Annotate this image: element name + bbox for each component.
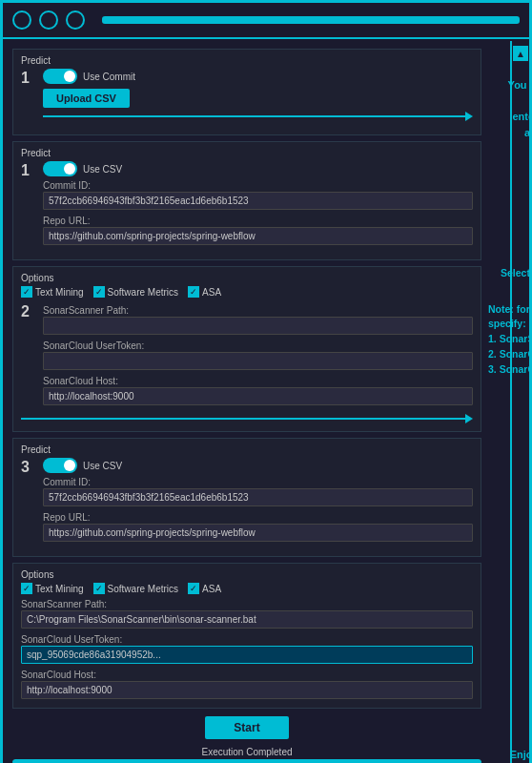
step1a-toggle-label: Use Commit <box>83 72 135 82</box>
token-label-1: SonarCloud UserToken: <box>43 340 473 351</box>
step3-toggle-label: Use CSV <box>83 461 122 471</box>
step1a-block: Predict 1 Use Commit Upload CSV <box>12 49 481 135</box>
arrow-head-2 <box>465 414 473 423</box>
text-mining-check-icon: ✓ <box>21 286 32 298</box>
step3-number: 3 <box>21 458 38 476</box>
enjoy-callout: Enjoy your results ! <box>488 747 532 763</box>
text-mining-checkbox[interactable]: ✓ Text Mining <box>21 286 84 298</box>
step3-toggle[interactable] <box>43 458 77 473</box>
options1-step-row: 2 SonarScanner Path: SonarCloud UserToke… <box>21 302 473 408</box>
asa-checkbox[interactable]: ✓ ASA <box>188 286 221 298</box>
scroll-up-arrow[interactable]: ▲ <box>513 46 528 61</box>
step1b-row: 1 Use CSV Commit ID: Repo URL: <box>21 161 473 248</box>
step1b-toggle-row: Use CSV <box>43 161 473 176</box>
main-content: Predict 1 Use Commit Upload CSV <box>3 39 510 763</box>
step1b-commit-label: Commit ID: <box>43 180 473 191</box>
scanner-path-label-2: SonarScanner Path: <box>21 599 473 609</box>
title-bar <box>3 3 529 39</box>
options1-checkbox-row: ✓ Text Mining ✓ Software Metrics ✓ ASA <box>21 286 473 298</box>
step1a-callout: You can upload CSV or enter valid commit… <box>488 77 532 140</box>
software-metrics-checkbox-2[interactable]: ✓ Software Metrics <box>93 583 178 594</box>
asa-check-icon: ✓ <box>188 286 199 298</box>
text-mining-label-2: Text Mining <box>35 584 84 594</box>
step1a-arrow <box>43 112 473 121</box>
step1b-number: 1 <box>21 161 38 179</box>
start-section: Start <box>12 716 481 739</box>
step1b-repo-label: Repo URL: <box>43 216 473 226</box>
options1-step-num: 2 <box>21 302 38 320</box>
options1-arrow <box>21 414 473 423</box>
options2-checkbox-row: ✓ Text Mining ✓ Software Metrics ✓ ASA <box>21 583 473 594</box>
scanner-path-input-2[interactable] <box>21 610 473 629</box>
repo-url-input[interactable] <box>43 227 473 245</box>
host-label-1: SonarCloud Host: <box>43 376 473 386</box>
options1-label: Options <box>21 273 473 283</box>
arrow-line-2 <box>21 418 465 420</box>
options1-callout-note: Note: for ASA, you must specify:1. Sonar… <box>488 302 532 378</box>
options1-block: Options ✓ Text Mining ✓ Software Metrics… <box>12 266 481 432</box>
step1b-label: Predict <box>21 148 473 158</box>
execution-text: Execution Completed <box>12 747 481 757</box>
step3-label: Predict <box>21 444 473 455</box>
window-btn-2[interactable] <box>39 10 58 30</box>
title-bar-bar <box>102 16 520 24</box>
scanner-path-input-1[interactable] <box>43 317 473 335</box>
commit-id-input[interactable] <box>43 192 473 210</box>
step1a-section: Predict 1 Use Commit Upload CSV <box>12 49 481 135</box>
options1-step-content: SonarScanner Path: SonarCloud UserToken:… <box>43 302 473 408</box>
asa-check-icon-2: ✓ <box>188 583 199 594</box>
step1a-toggle-row: Use Commit <box>43 69 473 84</box>
step1b-content: Use CSV Commit ID: Repo URL: <box>43 161 473 248</box>
options2-block: Options ✓ Text Mining ✓ Software Metrics… <box>12 563 481 709</box>
host-label-2: SonarCloud Host: <box>21 670 473 680</box>
upload-csv-button[interactable]: Upload CSV <box>43 89 130 108</box>
token-input-2[interactable] <box>21 646 473 664</box>
step3-row: 3 Use CSV Commit ID: Repo URL: <box>21 458 473 545</box>
step1b-block: Predict 1 Use CSV Commit ID: Repo URL: <box>12 141 481 260</box>
arrow-line <box>43 115 465 117</box>
step1b-section: Predict 1 Use CSV Commit ID: Repo URL: <box>12 141 481 260</box>
options2-label: Options <box>21 569 473 580</box>
scrollbar: ▲ ▼ <box>510 41 529 763</box>
software-metrics-check-icon-2: ✓ <box>93 583 105 594</box>
software-metrics-checkbox[interactable]: ✓ Software Metrics <box>93 286 178 298</box>
enjoy-text: Enjoy your results ! <box>510 749 532 760</box>
step3-block: Predict 3 Use CSV Commit ID: Repo URL: <box>12 438 481 557</box>
app-window: ▲ ▼ Predict 1 Use Commit Upload CSV <box>0 0 532 763</box>
step1b-toggle-label: Use CSV <box>83 164 122 175</box>
host-input-1[interactable] <box>43 387 473 405</box>
step1b-toggle[interactable] <box>43 161 77 176</box>
options1-section: Options ✓ Text Mining ✓ Software Metrics… <box>12 266 481 432</box>
options2-section: Options ✓ Text Mining ✓ Software Metrics… <box>12 563 481 709</box>
execution-section: Execution Completed Enjoy your results ! <box>12 747 481 763</box>
step1a-toggle[interactable] <box>43 69 77 84</box>
asa-label-2: ASA <box>202 584 221 594</box>
text-mining-label: Text Mining <box>35 287 84 298</box>
window-btn-1[interactable] <box>12 10 31 30</box>
options1-callout: Select the operation youwant to do. Note… <box>488 266 532 377</box>
start-button[interactable]: Start <box>205 716 288 739</box>
step3-toggle-row: Use CSV <box>43 458 473 473</box>
scanner-path-label-1: SonarScanner Path: <box>43 305 473 316</box>
step1a-content: Use Commit Upload CSV <box>43 69 473 123</box>
step3-commit-label: Commit ID: <box>43 477 473 487</box>
text-mining-check-icon-2: ✓ <box>21 583 32 594</box>
step3-repo-label: Repo URL: <box>43 512 473 523</box>
step3-section: Predict 3 Use CSV Commit ID: Repo URL: <box>12 438 481 557</box>
step1a-label: Predict <box>21 55 473 66</box>
step3-commit-input[interactable] <box>43 488 473 506</box>
window-btn-3[interactable] <box>66 10 85 30</box>
token-input-1[interactable] <box>43 352 473 370</box>
text-mining-checkbox-2[interactable]: ✓ Text Mining <box>21 583 84 594</box>
host-input-2[interactable] <box>21 681 473 699</box>
arrow-head <box>465 112 473 121</box>
token-label-2: SonarCloud UserToken: <box>21 634 473 645</box>
step1a-number: 1 <box>21 69 38 87</box>
progress-bar-bg <box>12 759 481 763</box>
asa-label: ASA <box>202 287 221 298</box>
options1-callout-title: Select the operation youwant to do. <box>488 266 532 297</box>
step1a-row: 1 Use Commit Upload CSV <box>21 69 473 123</box>
asa-checkbox-2[interactable]: ✓ ASA <box>188 583 221 594</box>
step3-repo-input[interactable] <box>43 524 473 542</box>
progress-bar-fill <box>12 759 481 763</box>
